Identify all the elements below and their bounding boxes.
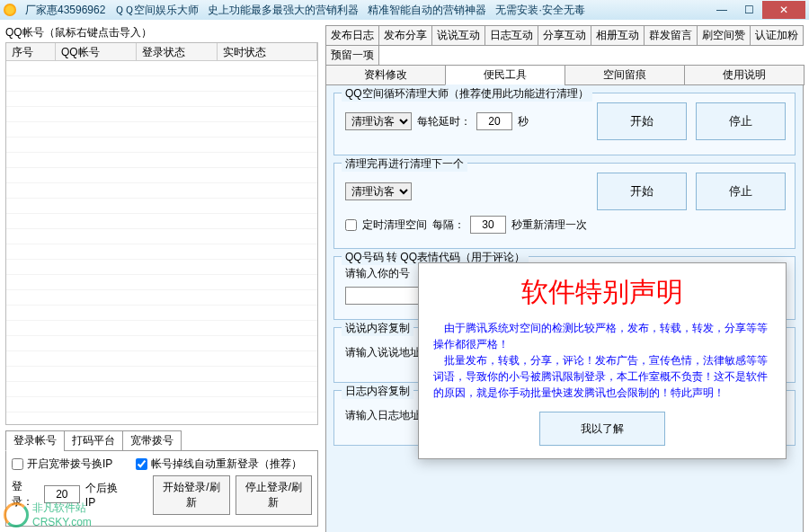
tab-r2-0[interactable]: 资料修改 <box>325 65 446 85</box>
tab-login-account[interactable]: 登录帐号 <box>5 430 65 451</box>
group3-label: 请输入你的号 <box>345 266 410 281</box>
function-tabs-row1: 发布日志发布分享说说互动日志互动分享互动相册互动群发留言刷空间赞认证加粉预留一项 <box>325 25 804 65</box>
watermark-url: CRSKY.com <box>32 516 92 528</box>
tab-captcha[interactable]: 打码平台 <box>64 430 123 451</box>
tab-r1-5[interactable]: 相册互动 <box>591 25 645 46</box>
col-account: QQ帐号 <box>56 43 137 60</box>
delay-label: 每轮延时： <box>417 114 471 129</box>
app-icon <box>4 4 16 16</box>
watermark: 非凡软件站 CRSKY.com <box>4 501 92 528</box>
table-body <box>6 61 317 417</box>
dialog-ok-button[interactable]: 我以了解 <box>539 412 665 446</box>
notice-dialog: 软件特别声明 由于腾讯系统对空间的检测比较严格，发布，转载，转发，分享等等操作都… <box>418 262 787 459</box>
group4-title: 说说内容复制 <box>342 321 413 336</box>
auto-relogin-checkbox[interactable] <box>136 458 147 470</box>
timer-cleanup-checkbox[interactable] <box>345 219 357 231</box>
tab-r2-1[interactable]: 便民工具 <box>445 65 565 85</box>
interval-suffix: 秒重新清理一次 <box>511 217 587 233</box>
tab-r1-2[interactable]: 说说互动 <box>431 25 485 46</box>
tab-r1-8[interactable]: 认证加粉 <box>750 25 804 46</box>
tab-r1-3[interactable]: 日志互动 <box>485 25 538 46</box>
title-seg-1: ＱＱ空间娱乐大师 <box>114 3 199 18</box>
auto-relogin-label: 帐号掉线自动重新登录（推荐） <box>151 457 302 472</box>
accounts-table[interactable]: 序号 QQ帐号 登录状态 实时状态 <box>5 42 318 425</box>
group1-title: QQ空间循环清理大师（推荐使用此功能进行清理） <box>342 86 592 102</box>
dialog-line2: 批量发布，转载，分享，评论！发布广告，宣传色情，法律敏感等等词语，导致你的小号被… <box>433 352 771 401</box>
title-seg-4: 无需安装·安全无毒 <box>495 3 584 18</box>
start-login-button[interactable]: 开始登录/刷新 <box>153 475 229 515</box>
stop-login-button[interactable]: 停止登录/刷新 <box>236 475 312 515</box>
title-seg-0: 厂家惠43596962 <box>25 3 105 18</box>
dialog-title: 软件特别声明 <box>433 274 771 311</box>
group2-start-button[interactable]: 开始 <box>597 173 687 210</box>
group5-label: 请输入日志地址 <box>345 408 421 423</box>
tab-r1-6[interactable]: 群发留言 <box>644 25 698 46</box>
tab-broadband[interactable]: 宽带拨号 <box>122 430 182 451</box>
group4-label: 请输入说说地址 <box>345 345 421 360</box>
minimize-button[interactable]: — <box>708 1 735 19</box>
tab-r2-3[interactable]: 使用说明 <box>684 65 805 85</box>
group2-stop-button[interactable]: 停止 <box>696 173 786 210</box>
interval-prefix: 每隔： <box>432 217 465 233</box>
delay-suffix: 秒 <box>518 114 529 129</box>
broadband-checkbox[interactable] <box>12 458 23 470</box>
group-cleanup-master: QQ空间循环清理大师（推荐使用此功能进行清理） 清理访客 每轮延时： 秒 开始 … <box>333 93 796 155</box>
tab-r1-0[interactable]: 发布日志 <box>325 25 379 46</box>
accounts-group-label: QQ帐号（鼠标右键点击导入） <box>5 25 318 40</box>
broadband-label: 开启宽带拨号换IP <box>27 457 112 472</box>
function-tabs-row2: 资料修改便民工具空间留痕使用说明 <box>325 65 804 84</box>
dialog-line1: 由于腾讯系统对空间的检测比较严格，发布，转载，转发，分享等等操作都很严格！ <box>433 320 771 352</box>
title-seg-2: 史上功能最多最强大的营销利器 <box>208 3 359 18</box>
cleanup1-select[interactable]: 清理访客 <box>345 112 412 130</box>
delay-input[interactable] <box>476 112 512 130</box>
col-login-status: 登录状态 <box>137 43 218 60</box>
watermark-name: 非凡软件站 <box>32 501 92 516</box>
interval-input[interactable] <box>470 216 506 234</box>
tab-r1-4[interactable]: 分享互动 <box>538 25 591 46</box>
tab-r1-7[interactable]: 刷空间赞 <box>697 25 751 46</box>
group-cleanup-next: 清理完再进行清理下一个 清理访客 开始 停止 定时清理空间 每隔： 秒重新清理一… <box>333 163 796 249</box>
group1-start-button[interactable]: 开始 <box>597 102 687 140</box>
tab-r1-1[interactable]: 发布分享 <box>378 25 432 46</box>
timer-label: 定时清理空间 <box>362 217 427 233</box>
titlebar: 厂家惠43596962 ＱＱ空间娱乐大师 史上功能最多最强大的营销利器 精准智能… <box>0 0 809 20</box>
close-button[interactable]: ✕ <box>762 1 805 19</box>
tab-r1-9[interactable]: 预留一项 <box>325 45 379 66</box>
tab-r2-2[interactable]: 空间留痕 <box>565 65 685 85</box>
group2-title: 清理完再进行清理下一个 <box>342 156 467 172</box>
group1-stop-button[interactable]: 停止 <box>696 102 786 140</box>
title-seg-3: 精准智能自动的营销神器 <box>368 3 486 18</box>
group5-title: 日志内容复制 <box>342 384 413 399</box>
cleanup2-select[interactable]: 清理访客 <box>345 182 412 200</box>
watermark-logo-icon <box>4 502 29 528</box>
maximize-button[interactable]: ☐ <box>735 1 762 19</box>
col-realtime-status: 实时状态 <box>218 43 317 60</box>
col-index: 序号 <box>6 43 56 60</box>
